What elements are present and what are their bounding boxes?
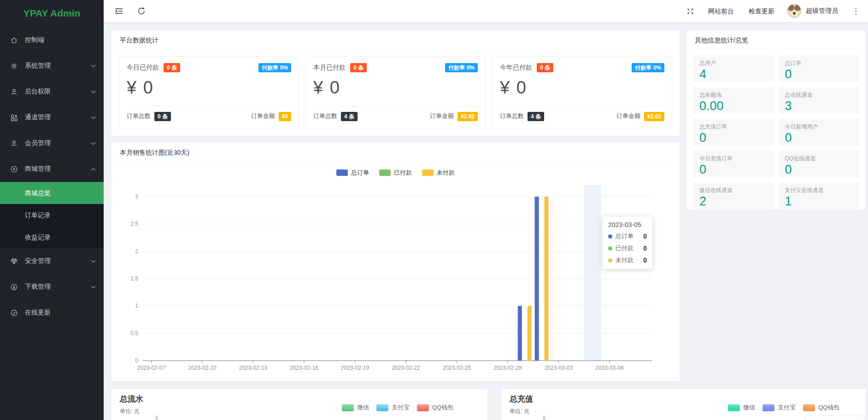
tooltip-value: 0: [643, 233, 647, 240]
tile-label: 总订单: [785, 59, 853, 67]
topbar-left: [107, 0, 152, 22]
svg-text:2023-02-28: 2023-02-28: [493, 365, 522, 371]
tooltip-value: 0: [643, 245, 647, 252]
tile-label: 支付宝在线通道: [785, 187, 853, 194]
stat-tile-today-recharge-orders: 今日充值订单0: [693, 151, 774, 177]
sidebar-item-label: 后台权限: [25, 88, 91, 96]
stat-tile-total-online-channels: 总在线通道3: [779, 87, 860, 114]
sidebar-item-download[interactable]: 下载管理: [0, 274, 104, 300]
count-badge: 0 条: [350, 63, 367, 72]
collapse-sidebar-icon[interactable]: [107, 0, 130, 22]
user-menu[interactable]: 超级管理员: [782, 4, 844, 18]
legend-item-未付款[interactable]: 未付款: [422, 169, 455, 177]
tile-value: 3: [785, 99, 853, 113]
sidebar-subitem-income-records[interactable]: 收益记录: [0, 226, 104, 248]
total-flow-legend: 微信支付宝QQ钱包: [342, 403, 453, 412]
orders-total-badge: 4 条: [341, 112, 358, 121]
series-dot: [608, 258, 612, 262]
user-icon: [10, 140, 19, 147]
card-divider: [127, 106, 291, 106]
more-menu-icon[interactable]: ⋮: [844, 6, 868, 16]
tooltip-row: 未付款0: [608, 256, 647, 264]
legend-item-微信[interactable]: 微信: [342, 403, 369, 412]
legend-swatch: [336, 169, 348, 176]
sidebar-item-label: 下载管理: [25, 283, 91, 291]
svg-text:3: 3: [135, 193, 138, 200]
legend-swatch: [803, 404, 815, 411]
tile-value: 0.00: [699, 99, 768, 113]
sidebar-item-backend-auth[interactable]: 后台权限: [0, 79, 104, 105]
orders-amount-label: 订单金额: [430, 112, 454, 119]
download-icon: [10, 283, 19, 291]
orders-amount: 订单金额¥0: [251, 112, 291, 121]
legend-item-QQ钱包[interactable]: QQ钱包: [803, 403, 839, 412]
legend-swatch: [762, 404, 774, 411]
svg-text:2023-02-10: 2023-02-10: [188, 365, 217, 371]
home-icon: [10, 36, 19, 44]
chevron-down-icon: [91, 64, 96, 68]
svg-text:2023-02-22: 2023-02-22: [392, 365, 420, 371]
legend-item-微信[interactable]: 微信: [728, 403, 755, 412]
chevron-down-icon: [91, 286, 96, 289]
stat-card-title: 今日已付款: [127, 64, 159, 71]
legend-item-已付款[interactable]: 已付款: [379, 169, 412, 177]
orders-amount-badge: ¥2.02: [457, 112, 478, 121]
stat-tile-wechat-online-channels: 微信在线通道2: [693, 182, 774, 209]
user-avatar: [787, 4, 801, 18]
rate-badge: 付款率 0%: [445, 63, 478, 72]
sidebar-item-channel[interactable]: 通道管理: [0, 105, 104, 130]
sidebar-item-console[interactable]: 控制端: [0, 27, 104, 53]
legend-swatch: [422, 169, 434, 176]
orders-total: 订单总数0 条: [127, 112, 171, 121]
sidebar-item-system[interactable]: 系统管理: [0, 53, 104, 79]
check-update-link[interactable]: 检查更新: [741, 0, 782, 22]
sidebar-item-member[interactable]: 会员管理: [0, 130, 104, 156]
orders-amount-label: 订单金额: [616, 112, 640, 119]
sidebar-item-label: 通道管理: [25, 113, 91, 122]
topbar-right: 网站前台 检查更新 超级管理员 ⋮: [680, 0, 868, 22]
svg-text:2.5: 2.5: [130, 221, 138, 227]
yen-circle-icon: ¥: [10, 165, 19, 173]
orders-total-badge: 4 条: [528, 112, 544, 121]
svg-text:¥: ¥: [13, 167, 15, 171]
sidebar-item-security[interactable]: 安全管理: [0, 248, 104, 274]
legend-item-QQ钱包[interactable]: QQ钱包: [417, 403, 453, 412]
refresh-icon[interactable]: [130, 0, 152, 22]
stat-tile-total-balance-pool: 总余额池0.00: [693, 87, 774, 114]
svg-text:2023-03-03: 2023-03-03: [545, 365, 573, 371]
count-badge: 0 条: [537, 63, 553, 72]
svg-text:2023-02-07: 2023-02-07: [137, 365, 166, 371]
orders-amount-badge: ¥0: [279, 112, 291, 121]
chevron-up-icon: [91, 168, 96, 171]
sidebar-subitem-mall-overview[interactable]: 商城总览: [0, 182, 104, 204]
sidebar: YPAY Admin 控制端系统管理后台权限通道管理会员管理¥商城管理商城总览订…: [0, 0, 104, 420]
stat-card-bottom: 订单总数4 条订单金额¥2.02: [500, 112, 664, 121]
tooltip-date: 2023-03-05: [608, 221, 647, 228]
svg-text:2023-03-06: 2023-03-06: [595, 365, 624, 371]
chevron-down-icon: [91, 116, 96, 119]
sidebar-item-mall[interactable]: ¥商城管理: [0, 156, 104, 182]
stat-card-title: 本月已付款: [313, 64, 346, 71]
site-front-link[interactable]: 网站前台: [701, 0, 741, 22]
legend-label: 总订单: [351, 169, 369, 177]
legend-item-支付宝[interactable]: 支付宝: [762, 403, 796, 412]
app-logo[interactable]: YPAY Admin: [0, 0, 104, 26]
orders-amount-label: 订单金额: [251, 112, 275, 119]
other-stats-tiles: 总用户4总订单0总余额池0.00总在线通道3总充值订单0今日新增用户0今日充值订…: [686, 50, 866, 215]
sidebar-item-label: 商城管理: [25, 165, 91, 173]
stat-card-2: 今年已付款0 条付款率 0%¥ 0订单总数4 条订单金额¥2.02: [492, 56, 672, 129]
legend-label: QQ钱包: [818, 403, 839, 412]
svg-text:0: 0: [135, 357, 138, 364]
tile-label: QQ在线通道: [785, 155, 853, 163]
sidebar-subitem-order-records[interactable]: 订单记录: [0, 204, 104, 226]
legend-item-支付宝[interactable]: 支付宝: [376, 403, 410, 412]
fullscreen-icon[interactable]: [680, 0, 701, 22]
sales-bar-chart[interactable]: 2023-02-072023-02-102023-02-132023-02-16…: [111, 162, 680, 381]
total-flow-title: 总流水: [120, 394, 479, 404]
legend-label: QQ钱包: [432, 403, 453, 412]
total-recharge-title: 总充值: [510, 394, 857, 404]
legend-item-总订单[interactable]: 总订单: [336, 169, 369, 177]
svg-text:0.5: 0.5: [130, 330, 138, 337]
svg-text:2023-02-16: 2023-02-16: [290, 365, 318, 371]
sidebar-item-online-update[interactable]: 在线更新: [0, 300, 104, 326]
